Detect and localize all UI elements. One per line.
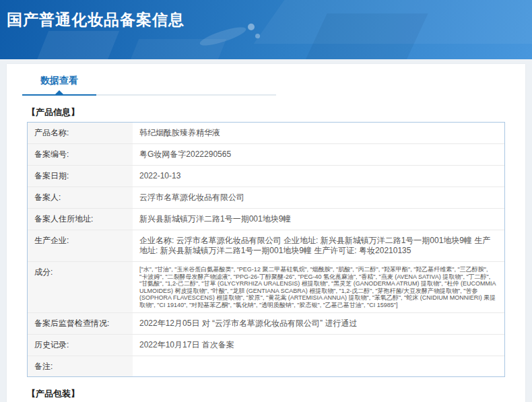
table-row: 产品名称:韩纪烟酰胺臻养精华液 bbox=[28, 123, 504, 144]
banner-decor-dot bbox=[248, 24, 255, 30]
row-value: ["水", "甘油", "玉米谷蛋白氨基酸类", "PEG-12 聚二甲基硅氧烷… bbox=[133, 262, 504, 312]
page-title: 国产普通化妆品备案信息 bbox=[7, 9, 185, 30]
product-info-section-title: 【产品信息】 bbox=[27, 106, 525, 119]
row-label: 历史记录: bbox=[28, 335, 133, 356]
table-row: 备注: bbox=[28, 356, 504, 376]
banner-decor-shape bbox=[124, 39, 226, 59]
row-label: 备案后监督检查情况: bbox=[28, 313, 133, 334]
table-row: 备案编号:粤G妆网备字2022290565 bbox=[28, 144, 504, 166]
row-value: 新兴县新城镇万洋二路1号一期001地块9幢 bbox=[133, 209, 504, 230]
row-value: 韩纪烟酰胺臻养精华液 bbox=[133, 123, 504, 143]
product-info-table: 产品名称:韩纪烟酰胺臻养精华液备案编号:粤G妆网备字2022290565备案日期… bbox=[27, 122, 505, 377]
row-label: 备注: bbox=[28, 356, 133, 376]
row-value: 云浮市名草源化妆品有限公司 bbox=[133, 187, 504, 208]
banner-decor-shape bbox=[30, 31, 119, 59]
table-row: 成分:["水", "甘油", "玉米谷蛋白氨基酸类", "PEG-12 聚二甲基… bbox=[28, 262, 504, 313]
tab-bar: 数据查看 bbox=[22, 75, 276, 96]
table-row: 备案人:云浮市名草源化妆品有限公司 bbox=[28, 187, 504, 209]
row-value: 2022年10月17日 首次备案 bbox=[133, 335, 504, 356]
table-row: 备案后监督检查情况:2022年12月05日 对 “云浮市名草源化妆品有限公司” … bbox=[28, 313, 504, 335]
row-value: 2022年12月05日 对 “云浮市名草源化妆品有限公司” 进行通过 bbox=[133, 313, 504, 334]
row-label: 生产企业: bbox=[28, 230, 133, 261]
row-label: 备案人: bbox=[28, 187, 133, 208]
tab-data-view[interactable]: 数据查看 bbox=[22, 75, 96, 96]
banner-decor-shape bbox=[292, 13, 428, 59]
row-label: 产品名称: bbox=[28, 123, 133, 143]
banner-decor-shape bbox=[254, 0, 532, 44]
banner-decor-streak bbox=[198, 24, 247, 48]
content-card: 数据查看 【产品信息】 产品名称:韩纪烟酰胺臻养精华液备案编号:粤G妆网备字20… bbox=[7, 64, 525, 402]
table-row: 生产企业:企业名称: 云浮市名草源化妆品有限公司 企业地址: 新兴县新城镇万洋二… bbox=[28, 230, 504, 262]
row-value bbox=[133, 356, 504, 376]
packaging-section-title: 【产品包装】 bbox=[27, 388, 525, 400]
row-value: 2022-10-13 bbox=[133, 166, 504, 187]
main-content: 数据查看 【产品信息】 产品名称:韩纪烟酰胺臻养精华液备案编号:粤G妆网备字20… bbox=[0, 59, 532, 402]
row-label: 备案人住所地址: bbox=[28, 209, 133, 230]
row-value: 企业名称: 云浮市名草源化妆品有限公司 企业地址: 新兴县新城镇万洋二路1号一期… bbox=[133, 230, 504, 261]
row-label: 备案编号: bbox=[28, 144, 133, 165]
table-row: 备案人住所地址:新兴县新城镇万洋二路1号一期001地块9幢 bbox=[28, 209, 504, 230]
page-header-banner: 国产普通化妆品备案信息 bbox=[0, 0, 532, 59]
row-label: 成分: bbox=[28, 262, 133, 312]
row-value: 粤G妆网备字2022290565 bbox=[133, 144, 504, 165]
table-row: 备案日期:2022-10-13 bbox=[28, 166, 504, 187]
row-label: 备案日期: bbox=[28, 166, 133, 187]
table-row: 历史记录:2022年10月17日 首次备案 bbox=[28, 335, 504, 356]
banner-decor-dot bbox=[255, 34, 260, 38]
